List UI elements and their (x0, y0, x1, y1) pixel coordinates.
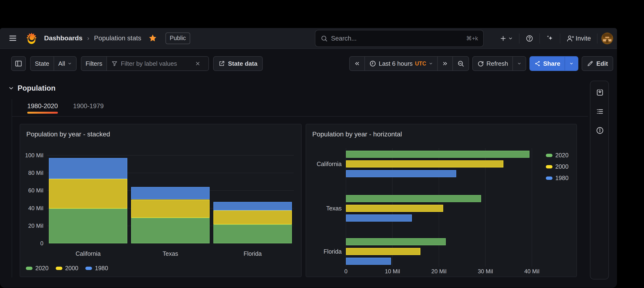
plus-icon (500, 35, 507, 42)
bar-Florida-2020[interactable] (346, 238, 446, 245)
divider (597, 34, 598, 44)
bar-California-2020[interactable] (346, 151, 530, 158)
state-variable-label: State (30, 57, 54, 71)
export-button[interactable] (593, 86, 606, 99)
help-button[interactable] (523, 32, 536, 45)
divider (519, 34, 520, 44)
bar-segment-California-2020[interactable] (49, 208, 127, 243)
bar-segment-Florida-2020[interactable] (214, 224, 292, 243)
pencil-icon (587, 60, 594, 67)
tab-1980-2020[interactable]: 1980-2020 (27, 103, 58, 114)
invite-button[interactable]: Invite (564, 32, 593, 45)
toggle-sidebar-button[interactable] (11, 56, 26, 71)
legend-item-2020[interactable]: 2020 (26, 265, 48, 272)
legend-label: 2000 (555, 163, 568, 170)
refresh-button[interactable]: Refresh (473, 57, 512, 71)
legend-swatch (85, 267, 92, 270)
divider (540, 34, 540, 44)
sparkles-icon (546, 35, 554, 42)
bar-segment-Texas-2000[interactable] (131, 199, 210, 218)
time-picker-group: Last 6 hours UTC (349, 56, 469, 71)
bar-segment-California-2000[interactable] (49, 179, 127, 209)
panel-title[interactable]: Population by year - horizontal (312, 130, 402, 138)
bar-segment-Florida-2000[interactable] (214, 210, 292, 224)
timezone-label: UTC (415, 61, 426, 67)
breadcrumb-separator: › (87, 35, 90, 42)
grafana-app-window: Dashboards › Population stats Public Sea… (0, 28, 617, 288)
bar-Florida-1980[interactable] (346, 258, 391, 265)
clear-filter-icon[interactable] (195, 61, 200, 66)
bar-segment-Texas-2020[interactable] (131, 218, 210, 243)
external-link-icon (218, 60, 225, 67)
state-data-button[interactable]: State data (213, 56, 262, 71)
y-axis-tick: 40 Mil (20, 205, 44, 212)
y-axis-label: Florida (306, 248, 342, 255)
time-range-button[interactable]: Last 6 hours UTC (364, 57, 437, 71)
filter-funnel-icon (111, 60, 118, 67)
state-variable-dropdown: State All (30, 56, 76, 71)
info-button[interactable] (593, 124, 606, 137)
gridline (532, 148, 532, 267)
outline-button[interactable] (593, 105, 606, 118)
y-axis-tick: 100 Mil (20, 152, 44, 159)
legend-swatch (546, 165, 552, 168)
panel-title[interactable]: Population by year - stacked (26, 130, 110, 138)
share-button[interactable]: Share (530, 57, 564, 71)
user-avatar[interactable] (601, 33, 613, 44)
y-axis-tick: 20 Mil (20, 222, 44, 229)
chevron-down-icon (508, 36, 513, 41)
legend-item-1980[interactable]: 1980 (546, 175, 568, 181)
share-dropdown-button[interactable] (564, 57, 578, 71)
filter-placeholder: Filter by label values (121, 60, 177, 67)
row-population-toggle[interactable]: Population (8, 84, 56, 93)
sidebar-toggle-icon (15, 60, 22, 67)
refresh-interval-button[interactable] (512, 57, 526, 71)
x-axis-tick: 10 Mil (376, 268, 409, 275)
legend-item-2020[interactable]: 2020 (546, 152, 568, 159)
legend-label: 1980 (95, 265, 108, 272)
divider (560, 34, 560, 44)
menu-icon[interactable] (6, 32, 20, 45)
bar-California-1980[interactable] (346, 170, 456, 177)
refresh-icon (477, 60, 484, 67)
bar-segment-Florida-1980[interactable] (214, 202, 292, 210)
ai-assistant-button[interactable] (544, 32, 556, 45)
grafana-logo-icon[interactable] (26, 32, 38, 44)
refresh-group: Refresh (472, 56, 526, 71)
bar-California-2000[interactable] (346, 160, 504, 167)
edit-button[interactable]: Edit (582, 56, 613, 71)
bar-segment-Texas-1980[interactable] (131, 187, 210, 199)
legend-swatch (546, 154, 552, 157)
breadcrumb-dashboards[interactable]: Dashboards (44, 34, 82, 42)
x-axis-tick: 40 Mil (515, 268, 548, 275)
time-forward-button[interactable] (437, 57, 452, 71)
invite-label: Invite (576, 35, 591, 42)
y-axis-tick: 0 (20, 240, 44, 247)
zoom-out-icon (457, 60, 464, 67)
legend-item-2000[interactable]: 2000 (56, 265, 78, 272)
favorite-star-icon[interactable] (148, 33, 158, 44)
legend-item-2000[interactable]: 2000 (546, 163, 568, 170)
add-new-button[interactable] (497, 33, 515, 44)
legend-item-1980[interactable]: 1980 (85, 265, 108, 272)
chevron-down-icon (517, 62, 522, 66)
time-back-button[interactable] (350, 57, 364, 71)
public-badge: Public (166, 33, 190, 44)
legend-swatch (26, 267, 32, 270)
tab-bar: 1980-2020 1900-1979 (27, 103, 104, 114)
bar-Florida-2000[interactable] (346, 248, 420, 255)
search-input[interactable]: Search... ⌘+k (315, 30, 484, 47)
x-axis-tick: 0 (329, 268, 362, 275)
bar-segment-California-1980[interactable] (49, 158, 127, 179)
state-variable-value[interactable]: All (54, 57, 76, 71)
chevron-down-icon (429, 62, 433, 66)
zoom-out-button[interactable] (452, 57, 468, 71)
chevrons-left-icon (354, 61, 360, 67)
filter-input[interactable]: Filter by label values (106, 57, 208, 71)
bar-Texas-2000[interactable] (346, 205, 443, 212)
legend-swatch (56, 267, 62, 270)
bar-Texas-1980[interactable] (346, 214, 412, 222)
tab-1900-1979[interactable]: 1900-1979 (73, 103, 104, 114)
legend-label: 2020 (555, 152, 568, 159)
bar-Texas-2020[interactable] (346, 195, 481, 202)
